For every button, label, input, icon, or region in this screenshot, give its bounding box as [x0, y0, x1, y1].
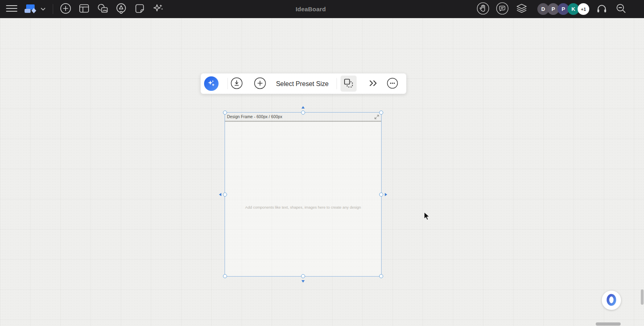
- expand-arrow-down[interactable]: [301, 280, 305, 283]
- resize-handle-sw[interactable]: [223, 274, 227, 278]
- board-title: IdeaBoard: [287, 0, 335, 18]
- frame-resize-button[interactable]: [341, 76, 357, 92]
- sparkle-icon: [153, 3, 163, 15]
- hand-tool-button[interactable]: [476, 2, 490, 16]
- menu-button[interactable]: [5, 2, 19, 16]
- topbar-right-tools: D P P K +1: [471, 0, 644, 18]
- draw-button[interactable]: [114, 2, 128, 16]
- download-icon: [230, 77, 243, 91]
- ideaboard-app: IdeaBoard: [0, 0, 644, 326]
- frame-placeholder-text: Add components like text, shapes, images…: [225, 205, 381, 209]
- topbar: IdeaBoard: [0, 0, 644, 18]
- plus-circle-icon: [60, 3, 71, 15]
- frame-title: Design Frame - 600px / 600px: [227, 115, 282, 119]
- resize-handle-nw[interactable]: [223, 111, 227, 115]
- avatar-initial: K: [572, 6, 575, 12]
- media-button[interactable]: [96, 2, 109, 16]
- comments-button[interactable]: [495, 2, 509, 16]
- resize-handle-s[interactable]: [301, 274, 305, 278]
- collapse-toolbar-button[interactable]: [367, 77, 380, 90]
- hand-icon: [477, 2, 489, 16]
- preset-size-dropdown[interactable]: Select Preset Size: [270, 74, 334, 94]
- add-component-button[interactable]: [254, 77, 266, 90]
- double-chevron-right-icon: [369, 79, 378, 88]
- collaborator-avatars: D P P K +1: [537, 3, 589, 15]
- ai-assistant-button[interactable]: [204, 76, 219, 91]
- comment-icon: [496, 2, 509, 16]
- avatar-overflow-badge[interactable]: +1: [578, 3, 589, 15]
- ai-sparkles-icon: [207, 79, 215, 88]
- vertical-scrollbar-thumb[interactable]: [641, 289, 644, 305]
- layers-button[interactable]: [515, 2, 528, 16]
- frame-expand-button[interactable]: [374, 115, 379, 121]
- expand-arrow-right[interactable]: [385, 193, 387, 196]
- layout-icon: [79, 3, 89, 15]
- zoom-out-button[interactable]: [614, 2, 628, 16]
- resize-handle-se[interactable]: [379, 274, 383, 278]
- frame-body[interactable]: Add components like text, shapes, images…: [225, 122, 381, 276]
- expand-icon: [374, 115, 379, 121]
- hamburger-icon: [6, 4, 17, 14]
- audio-button[interactable]: [595, 2, 609, 16]
- avatar-initial: D: [541, 6, 545, 12]
- toolbar-divider: [53, 4, 53, 14]
- note-icon: [134, 3, 145, 15]
- frame-toolbar: Select Preset Size: [200, 73, 407, 94]
- headphones-icon: [597, 4, 607, 14]
- resize-handle-w[interactable]: [223, 193, 227, 197]
- image-icon: [97, 3, 109, 15]
- opera-o-icon: [606, 293, 617, 308]
- avatar-initial: P: [561, 6, 565, 12]
- expand-arrow-left[interactable]: [219, 193, 221, 196]
- sticky-note-button[interactable]: [133, 2, 147, 16]
- toolbar-divider: [336, 78, 337, 89]
- frame-resize-icon: [343, 78, 354, 90]
- templates-button[interactable]: [77, 2, 91, 16]
- app-logo-icon: [23, 3, 38, 15]
- pen-nib-icon: [116, 3, 127, 15]
- magic-button[interactable]: [151, 2, 165, 16]
- design-frame-selection[interactable]: Design Frame - 600px / 600px Add compone…: [225, 112, 382, 277]
- opera-launcher-button[interactable]: [602, 291, 621, 310]
- resize-handle-n[interactable]: [301, 111, 305, 115]
- ellipsis-icon: [386, 77, 398, 90]
- resize-handle-ne[interactable]: [379, 111, 383, 115]
- chevron-down-icon: [41, 6, 45, 12]
- toolbar-divider: [227, 78, 228, 89]
- add-element-button[interactable]: [59, 2, 72, 16]
- avatar-initial: P: [551, 6, 555, 12]
- topbar-left-tools: [0, 0, 170, 18]
- download-button[interactable]: [230, 77, 243, 90]
- app-logo-button[interactable]: [23, 2, 45, 16]
- zoom-out-icon: [616, 3, 626, 15]
- horizontal-scrollbar-thumb[interactable]: [596, 322, 621, 326]
- expand-arrow-up[interactable]: [301, 106, 305, 109]
- overflow-count: +1: [581, 7, 586, 12]
- plus-circle-icon: [254, 77, 266, 91]
- layers-icon: [516, 3, 527, 15]
- more-options-button[interactable]: [386, 77, 399, 90]
- resize-handle-e[interactable]: [379, 193, 383, 197]
